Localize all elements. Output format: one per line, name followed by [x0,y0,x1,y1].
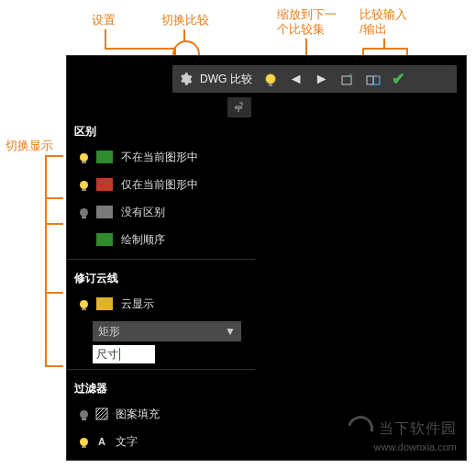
anno-line [383,39,385,48]
diff-row-draw-order[interactable]: 绘制顺序 [67,226,255,253]
anno-settings: 设置 [92,13,116,28]
export-icon [366,72,381,86]
size-input[interactable]: 尺寸 [93,345,155,363]
anno-line [45,292,63,294]
arrow-right-icon: ► [315,71,329,87]
import-icon [340,72,355,86]
shape-select-value: 矩形 [98,324,120,340]
chevron-down-icon: ▼ [225,325,236,338]
app-window: DWG 比较 ◄ ► ✔ 区别 不在当前图形中 仅在当前图形中 没有 [66,55,467,461]
arrow-left-icon: ◄ [289,71,304,87]
anno-toggle-compare: 切换比较 [161,13,209,28]
color-swatch-red[interactable] [95,177,114,192]
anno-line [45,197,63,199]
next-button[interactable]: ► [309,66,335,92]
compare-toolbar: DWG 比较 ◄ ► ✔ [172,65,457,93]
anno-line [105,29,106,48]
toggle-compare-button[interactable] [258,66,283,92]
anno-line [105,48,174,50]
section-diff-title: 区别 [67,118,255,143]
anno-line [45,155,63,157]
svg-rect-1 [367,76,373,84]
anno-zoom-next: 缩放到下一 个比较集 [277,7,337,36]
shape-select[interactable]: 矩形 ▼ [93,321,241,341]
bulb-icon [80,208,88,217]
anno-line [45,223,63,225]
anno-line [362,48,408,50]
bulb-icon [80,181,88,189]
bulb-icon [80,438,88,446]
filter-text-row[interactable]: A 文字 [67,428,255,455]
filter-hatch-row[interactable]: 图案填充 [67,400,255,428]
watermark: 当下软件园 www.downxia.com [348,416,457,452]
size-input-value: 尺寸 [96,347,118,363]
anno-line [45,365,63,367]
check-icon: ✔ [392,69,405,89]
export-button[interactable] [360,66,386,92]
watermark-logo-icon [343,411,378,446]
diff-row-not-in-current[interactable]: 不在当前图形中 [67,143,255,171]
color-swatch-yellow[interactable] [95,296,114,311]
text-icon: A [95,435,108,448]
color-swatch-gray[interactable] [95,205,114,219]
svg-rect-0 [342,76,351,84]
settings-button[interactable] [172,66,198,92]
revcloud-label: 云显示 [121,296,154,312]
filter-label: 图案填充 [116,407,160,422]
bulb-icon [266,74,275,84]
anno-compare-io: 比较输入 /输出 [360,7,407,36]
pin-icon [234,102,245,113]
watermark-url: www.downxia.com [348,441,457,452]
color-swatch-green[interactable] [95,232,114,247]
revcloud-display-row[interactable]: 云显示 [67,290,255,318]
hatch-icon [95,408,108,420]
compare-label: DWG 比较 [198,72,258,87]
diff-label: 绘制顺序 [121,232,165,248]
bulb-icon [80,410,88,419]
section-filter-title: 过滤器 [67,375,255,400]
diff-row-only-in-current[interactable]: 仅在当前图形中 [67,171,255,198]
watermark-name: 当下软件园 [379,419,457,439]
section-revcloud-title: 修订云线 [67,265,255,290]
settings-panel: 区别 不在当前图形中 仅在当前图形中 没有区别 绘制顺序 修订云线 云显示 [67,118,255,455]
bulb-icon [80,300,88,308]
anno-line [45,155,47,366]
diff-label: 不在当前图形中 [121,150,198,165]
anno-toggle-display: 切换显示 [6,139,53,153]
color-swatch-green[interactable] [95,150,114,164]
prev-button[interactable]: ◄ [283,66,309,92]
diff-label: 仅在当前图形中 [121,177,198,193]
pin-panel-button[interactable] [227,97,251,117]
filter-label: 文字 [116,434,138,450]
confirm-button[interactable]: ✔ [386,66,412,92]
diff-row-none[interactable]: 没有区别 [67,198,255,226]
import-button[interactable] [335,66,360,92]
bulb-icon [80,153,88,162]
diff-label: 没有区别 [121,205,165,220]
